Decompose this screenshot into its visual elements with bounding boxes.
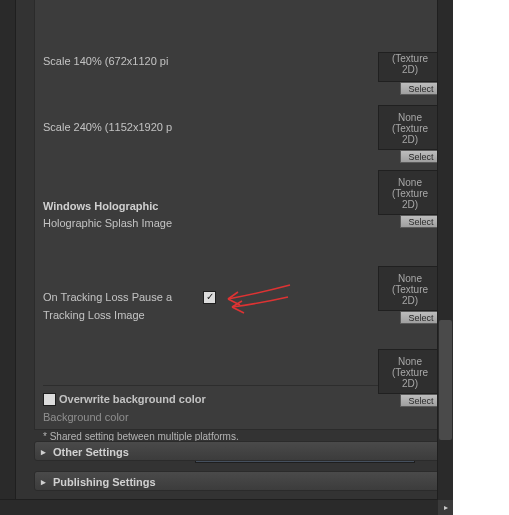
overwrite-bg-checkbox[interactable] — [43, 393, 56, 406]
overwrite-bg-label: Overwrite background color — [59, 390, 206, 408]
scale-240-row: Scale 240% (1152x1920 p — [43, 118, 438, 136]
texture-none-line: (Texture — [392, 188, 428, 199]
settings-content: (Texture 2D) Select Scale 140% (672x1120… — [34, 0, 447, 430]
unity-editor-area: ◂ (Texture 2D) Select Scale 140% (672x11… — [0, 0, 453, 515]
overwrite-bg-row: Overwrite background color — [43, 390, 438, 408]
bgcolor-label: Background color — [43, 408, 193, 426]
inspector-panel: (Texture 2D) Select Scale 140% (672x1120… — [22, 0, 447, 490]
texture-none-line: (Texture — [392, 367, 428, 378]
right-scrollbar[interactable] — [437, 0, 453, 500]
publishing-settings-foldout[interactable]: Publishing Settings — [34, 471, 444, 491]
tracking-image-row: Tracking Loss Image — [43, 306, 438, 324]
tracking-pause-checkbox[interactable]: ✓ — [203, 291, 216, 304]
texture-none-line: 2D) — [402, 378, 418, 389]
scale-240-label: Scale 240% (1152x1920 p — [43, 118, 203, 136]
outside-area — [453, 0, 509, 515]
texture-none-line: 2D) — [402, 199, 418, 210]
bottom-scrollbar[interactable]: ▸ — [0, 499, 453, 515]
texture-slot-tracking[interactable]: None (Texture 2D) Select — [378, 349, 442, 394]
tracking-pause-row: On Tracking Loss Pause a ✓ — [43, 288, 438, 306]
holographic-splash-label: Holographic Splash Image — [43, 214, 203, 232]
left-scrollbar[interactable]: ◂ — [0, 0, 16, 515]
other-settings-foldout[interactable]: Other Settings — [34, 441, 444, 461]
bgcolor-row: Background color — [43, 408, 438, 426]
tracking-pause-label: On Tracking Loss Pause a — [43, 288, 203, 306]
other-settings-label: Other Settings — [53, 446, 129, 458]
scrollbar-thumb[interactable] — [439, 320, 452, 440]
select-button[interactable]: Select — [400, 150, 442, 163]
scale-140-label: Scale 140% (672x1120 pi — [43, 52, 203, 70]
texture-slot-240[interactable]: None (Texture 2D) Select — [378, 170, 442, 215]
scale-140-row: Scale 140% (672x1120 pi — [43, 52, 438, 70]
texture-none-line: None — [398, 177, 422, 188]
holographic-splash-row: Holographic Splash Image — [43, 214, 438, 232]
tracking-image-label: Tracking Loss Image — [43, 306, 203, 324]
texture-none-line: None — [398, 356, 422, 367]
texture-none-line: None — [398, 273, 422, 284]
scroll-right-button[interactable]: ▸ — [438, 500, 453, 515]
publishing-settings-label: Publishing Settings — [53, 476, 156, 488]
select-button[interactable]: Select — [400, 82, 442, 95]
